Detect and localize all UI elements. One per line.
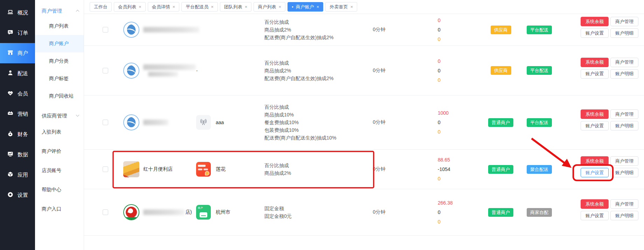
merchant-manage-button[interactable]: 商户管理	[610, 58, 638, 67]
balance-red: 0	[438, 17, 480, 23]
close-icon[interactable]: ×	[139, 5, 141, 9]
account-settings-button[interactable]: 账户设置	[581, 28, 609, 38]
blurred-merchant-name	[143, 120, 168, 125]
account-detail-button[interactable]: 账户明细	[610, 211, 638, 220]
account-detail-button[interactable]: 账户明细	[610, 28, 638, 38]
commission-cell: 百分比抽成 商品抽成2% 配送费(商户自配送生效)抽成2%	[264, 18, 350, 41]
system-balance-button[interactable]: 系统余额	[581, 156, 609, 166]
submenu-item-merchant-recycle[interactable]: 商户回收站	[35, 87, 84, 105]
submenu-item-help-center[interactable]: 帮助中心	[35, 180, 84, 199]
account-settings-button[interactable]: 账户设置	[581, 69, 609, 79]
submenu-item-label: 商户账户	[49, 41, 69, 47]
row-checkbox[interactable]	[103, 120, 108, 125]
row-checkbox[interactable]	[103, 68, 108, 73]
merchant-manage-button[interactable]: 商户管理	[610, 109, 638, 119]
sidebar-item-overview[interactable]: 概况	[0, 2, 35, 23]
close-icon[interactable]: ×	[350, 5, 353, 9]
balance-cell: 0 0 0	[408, 17, 480, 42]
tab-label: 商户账户	[296, 4, 314, 10]
megaphone-icon	[7, 110, 13, 117]
merchant-avatar	[123, 204, 139, 220]
commission-cell: 固定金额 固定金额0元	[264, 205, 350, 220]
sidebar-item-finance[interactable]: 财务	[0, 124, 35, 144]
close-icon[interactable]: ×	[245, 5, 248, 9]
submenu-item-merchant-account[interactable]: 商户账户	[35, 35, 84, 52]
sidebar-item-member[interactable]: 会员	[0, 84, 35, 104]
storefront-icon	[7, 50, 13, 57]
submenu-item-merchant-entry[interactable]: 商户入口	[35, 199, 84, 219]
table-row-partial: 916.03	[84, 236, 644, 250]
sidebar-item-settings[interactable]: 设置	[0, 185, 35, 205]
submenu-group-merchant[interactable]: 商户管理	[35, 0, 84, 17]
balance-dark: 0	[438, 27, 480, 33]
account-detail-button[interactable]: 账户明细	[610, 121, 638, 130]
merchant-avatar	[123, 22, 139, 38]
sidebar-item-apps[interactable]: 应用	[0, 165, 35, 185]
tab-merchant-account[interactable]: ●商户账户×	[288, 2, 323, 12]
table-row-highlighted: 红十月便利店 莲花 百分比抽成 商品抽成2% 0分钟 88.65 -1054 0…	[84, 150, 644, 189]
tab-member-detail[interactable]: 会员详情×	[148, 2, 180, 12]
sidebar-item-data[interactable]: 数据	[0, 144, 35, 165]
tab-team-list[interactable]: 团队列表×	[220, 2, 252, 12]
tab-platform-courier[interactable]: 平台配送员×	[181, 2, 218, 12]
prep-time: 0分钟	[350, 119, 408, 126]
commission-line: 商品抽成2%	[264, 26, 350, 34]
submenu-item-clerk-account[interactable]: 店员账号	[35, 161, 84, 180]
commission-line: 配送费(商户自配送生效)抽成2%	[264, 34, 350, 41]
submenu-item-merchant-category[interactable]: 商户分类	[35, 52, 84, 70]
balance-orange: 0	[438, 176, 480, 181]
submenu-item-settle-list[interactable]: 入驻列表	[35, 122, 84, 142]
tab-merchant-list[interactable]: 商户列表×	[254, 2, 285, 12]
gear-icon	[7, 192, 13, 199]
tab-takeout-home[interactable]: 外卖首页×	[325, 2, 357, 12]
overview-icon	[7, 9, 13, 16]
system-balance-button[interactable]: 系统余额	[581, 109, 609, 119]
account-settings-button[interactable]: 账户设置	[581, 211, 609, 220]
close-icon[interactable]: ×	[211, 5, 214, 9]
sidebar-item-orders[interactable]: 订单	[0, 23, 35, 43]
delivery-type-badge: 平台配送	[527, 26, 552, 34]
heart-badge-icon	[7, 90, 13, 97]
submenu-item-label: 入驻列表	[42, 129, 61, 135]
system-balance-button[interactable]: 系统余额	[581, 199, 609, 209]
tab-workbench[interactable]: 工作台	[90, 2, 112, 12]
account-settings-button[interactable]: 账户设置	[581, 121, 609, 130]
store-app-logo	[196, 162, 211, 177]
submenu-item-merchant-review[interactable]: 商户评价	[35, 142, 84, 161]
table-row: - 百分比抽成 商品抽成2% 配送费(商户自配送生效)抽成2% 0分钟 0 0 …	[84, 46, 644, 95]
submenu-item-merchant-tag[interactable]: 商户标签	[35, 70, 84, 87]
commission-line: 百分比抽成	[264, 18, 350, 26]
main-content: 工作台 会员列表× 会员详情× 平台配送员× 团队列表× 商户列表× ●商户账户…	[84, 0, 644, 250]
system-balance-button[interactable]: 系统余额	[581, 17, 609, 26]
submenu-item-label: 商户分类	[49, 58, 69, 64]
commission-cell: 百分比抽成 商品抽成10% 餐盒费抽成10% 包装费抽成10% 配送费(商户自配…	[264, 103, 350, 142]
city-placeholder: -	[196, 68, 198, 73]
system-balance-button[interactable]: 系统余额	[581, 58, 609, 67]
close-icon[interactable]: ×	[173, 5, 175, 9]
submenu-group-supplier[interactable]: 供应商管理	[35, 105, 84, 122]
sidebar-item-merchant[interactable]: 商户	[0, 43, 35, 63]
merchant-avatar	[123, 114, 139, 130]
tab-member-list[interactable]: 会员列表×	[114, 2, 146, 12]
sidebar-item-marketing[interactable]: 营销	[0, 104, 35, 124]
row-checkbox[interactable]	[103, 209, 108, 215]
merchant-manage-button[interactable]: 商户管理	[610, 17, 638, 26]
commission-line: 商品抽成10%	[264, 111, 350, 119]
sidebar-item-label: 订单	[18, 30, 28, 36]
commission-line: 商品抽成2%	[264, 169, 350, 177]
account-settings-button-highlighted[interactable]: 账户设置	[581, 168, 609, 177]
submenu-item-merchant-list[interactable]: 商户列表	[35, 17, 84, 35]
account-detail-button[interactable]: 账户明细	[610, 69, 638, 79]
row-checkbox[interactable]	[103, 166, 108, 172]
account-detail-button[interactable]: 账户明细	[610, 168, 638, 177]
sidebar-item-delivery[interactable]: 配送	[0, 63, 35, 84]
merchant-manage-button[interactable]: 商户管理	[610, 199, 638, 209]
balance-orange: 0	[438, 77, 480, 83]
balance-dark: -1054	[438, 166, 480, 172]
merchant-manage-button[interactable]: 商户管理	[610, 156, 638, 166]
delivery-type-badge: 聚合配送	[527, 165, 552, 174]
balance-red: 0	[438, 58, 480, 64]
close-icon[interactable]: ×	[317, 5, 319, 9]
row-checkbox[interactable]	[103, 27, 108, 33]
close-icon[interactable]: ×	[278, 5, 281, 9]
